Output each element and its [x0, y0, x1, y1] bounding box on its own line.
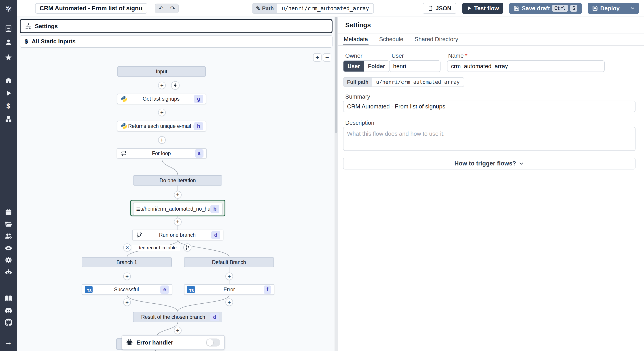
flow-node-crm-no-human-selected[interactable]: ≡ u/henri/crm_automated_no_human b — [130, 200, 226, 216]
discord-icon — [5, 307, 12, 314]
flow-node-do-one-iteration[interactable]: Do one iteration — [133, 175, 222, 186]
summary-label: Summary — [345, 93, 370, 100]
add-step-button[interactable]: + — [158, 82, 166, 89]
trigger-bolt-button[interactable] — [171, 81, 180, 90]
sidebar-item-github[interactable] — [0, 318, 17, 327]
sidebar-item-schedules[interactable] — [0, 208, 17, 216]
error-handler-toggle[interactable] — [206, 338, 220, 346]
dollar-icon: $ — [6, 102, 10, 110]
branch-condition-label[interactable]: ...ted record in table' — [132, 244, 180, 251]
scrollbar-thumb[interactable] — [335, 17, 338, 133]
flow-node-successful[interactable]: TS Successful e — [82, 284, 172, 295]
flow-node-crm-no-human[interactable]: ≡ u/henri/crm_automated_no_human b — [133, 203, 222, 215]
sidebar-item-groups[interactable] — [0, 232, 17, 240]
remove-branch-button[interactable]: × — [123, 244, 131, 252]
sidebar-expand-button[interactable]: → — [0, 338, 17, 346]
windmill-logo-icon[interactable] — [0, 2, 17, 14]
sidebar-item-resources[interactable] — [0, 115, 17, 124]
play-icon — [467, 6, 472, 11]
topbar-actions: JSON Test flow Save draft Ctrl S Deploy — [422, 3, 639, 14]
sidebar-item-user[interactable] — [0, 38, 17, 47]
python-icon — [120, 122, 128, 130]
sidebar-item-home[interactable] — [0, 76, 17, 85]
owner-user-input[interactable] — [389, 60, 440, 72]
add-step-button[interactable]: + — [174, 327, 182, 334]
owner-kind-folder[interactable]: Folder — [364, 61, 389, 72]
pencil-icon: ✎ — [256, 5, 260, 12]
tab-schedule[interactable]: Schedule — [378, 34, 404, 46]
description-textarea[interactable] — [343, 127, 636, 151]
user-label: User — [392, 52, 404, 59]
path-value: u/henri/crm_automated_array — [277, 4, 374, 13]
sidebar-item-variables[interactable]: $ — [0, 102, 17, 110]
sidebar-item-docs[interactable] — [0, 294, 17, 303]
save-draft-button[interactable]: Save draft Ctrl S — [509, 3, 582, 14]
sidebar-item-settings[interactable] — [0, 256, 17, 264]
sidebar-item-folders[interactable] — [0, 220, 17, 229]
windmill-flow-editor: $ → — [0, 0, 644, 351]
flow-node-get-last-signups[interactable]: Get last signups g — [117, 94, 206, 104]
add-step-button[interactable]: + — [174, 218, 182, 226]
undo-button[interactable]: ↶ — [155, 4, 167, 13]
path-chip: ✎ Path — [252, 4, 277, 13]
add-step-button[interactable]: + — [226, 272, 233, 280]
add-step-button[interactable]: + — [123, 298, 131, 306]
cubes-icon — [5, 115, 12, 123]
close-icon: × — [126, 244, 129, 250]
name-label: Name * — [448, 52, 468, 59]
flow-node-default-branch[interactable]: Default Branch — [184, 257, 274, 268]
summary-input[interactable] — [343, 100, 636, 112]
flow-node-result[interactable]: Result of the chosen branch d — [133, 312, 222, 322]
test-flow-button[interactable]: Test flow — [462, 3, 504, 14]
add-step-button[interactable]: + — [226, 298, 233, 306]
flow-canvas: Settings $ All Static Inputs + − Input — [17, 17, 336, 351]
repeat-icon — [120, 149, 128, 158]
flow-node-branch-1[interactable]: Branch 1 — [82, 257, 172, 268]
owner-kind-toggle: User Folder — [343, 60, 390, 72]
step-id-badge: d — [210, 313, 219, 321]
save-icon — [514, 5, 520, 11]
how-to-trigger-button[interactable]: How to trigger flows? — [343, 158, 636, 170]
add-step-button[interactable]: + — [123, 272, 131, 280]
sidebar-item-runs[interactable] — [0, 89, 17, 98]
tab-shared-directory[interactable]: Shared Directory — [414, 34, 459, 46]
step-id-badge: f — [264, 286, 271, 294]
redo-button[interactable]: ↷ — [167, 4, 178, 13]
flow-node-error[interactable]: TS Error f — [184, 284, 274, 295]
step-id-badge: a — [195, 149, 204, 158]
flow-node-run-one-branch[interactable]: Run one branch d — [132, 230, 224, 240]
flow-node-input[interactable]: Input — [118, 66, 206, 77]
flow-node-unique-emails[interactable]: Returns each unique e-mail in an array h — [117, 121, 206, 132]
gear-icon — [5, 256, 12, 264]
list-icon: ≡ — [136, 206, 140, 212]
deploy-button[interactable]: Deploy — [588, 3, 639, 14]
error-handler-node[interactable]: Error handler — [122, 335, 225, 350]
add-branch-button[interactable] — [183, 244, 192, 252]
sidebar-item-workspace[interactable] — [0, 24, 17, 33]
sidebar: $ → — [0, 0, 17, 351]
add-step-button[interactable]: + — [174, 191, 182, 198]
path-group[interactable]: ✎ Path u/henri/crm_automated_array — [252, 3, 374, 14]
python-icon — [120, 95, 128, 103]
step-id-badge: d — [211, 231, 220, 239]
undo-redo-group: ↶ ↷ — [155, 4, 179, 13]
tab-metadata[interactable]: Metadata — [343, 34, 368, 46]
flow-name-input[interactable] — [447, 60, 605, 72]
flow-node-for-loop[interactable]: For loop a — [117, 148, 206, 158]
add-step-button[interactable]: + — [158, 109, 166, 116]
sidebar-item-favorites[interactable] — [0, 53, 17, 62]
sidebar-item-audit-logs[interactable] — [0, 244, 17, 253]
sidebar-item-discord[interactable] — [0, 306, 17, 315]
sidebar-item-workers[interactable] — [0, 268, 17, 277]
git-branch-icon — [135, 231, 143, 239]
panel-scrollbar[interactable] — [334, 17, 338, 351]
step-id-badge: e — [160, 286, 169, 294]
step-id-badge: g — [194, 95, 203, 103]
required-asterisk: * — [465, 52, 468, 59]
flow-summary-input[interactable] — [35, 3, 147, 14]
json-button[interactable]: JSON — [422, 3, 456, 14]
add-step-button[interactable]: + — [158, 136, 166, 144]
chevron-down-icon — [630, 5, 636, 11]
deploy-dropdown-button[interactable] — [626, 3, 639, 14]
owner-kind-user[interactable]: User — [344, 61, 364, 72]
